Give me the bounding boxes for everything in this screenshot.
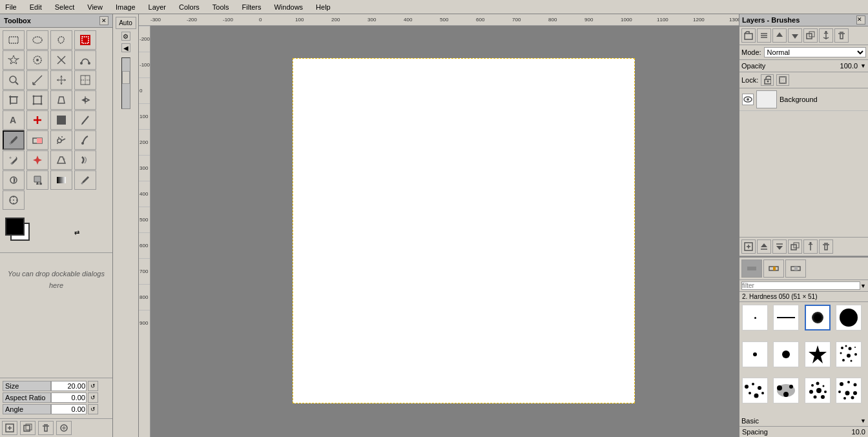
panel-close-button[interactable]: ✕ — [856, 15, 865, 25]
brush-item-dot-sm[interactable] — [742, 341, 768, 367]
tool-paths[interactable] — [74, 50, 96, 70]
menu-view[interactable]: View — [85, 2, 105, 12]
tool-fuzzy-select[interactable] — [3, 50, 25, 70]
menu-edit[interactable]: Edit — [27, 2, 45, 12]
menu-colors[interactable]: Colors — [176, 2, 202, 12]
tool-align[interactable] — [74, 70, 96, 90]
lock-alpha-btn[interactable] — [776, 74, 789, 86]
tool-transform[interactable] — [26, 90, 48, 110]
tool-crop[interactable] — [3, 90, 25, 110]
duplicate-layer-btn[interactable] — [803, 28, 818, 43]
delete-layer-toolbar-btn[interactable] — [834, 28, 849, 43]
lower-layer-action-btn[interactable] — [772, 239, 787, 254]
brush-type-btn-1[interactable] — [741, 259, 762, 278]
tool-bucket-fill[interactable] — [26, 170, 48, 190]
raise-layer-btn[interactable] — [772, 28, 787, 43]
dock-settings-btn[interactable]: ⚙ — [121, 32, 130, 41]
brush-filter-dropdown[interactable]: ▼ — [860, 283, 866, 289]
to-image-btn[interactable] — [56, 421, 72, 435]
layer-row[interactable]: Background — [739, 88, 868, 111]
layers-view-btn[interactable] — [757, 28, 771, 43]
brush-item-star[interactable] — [805, 341, 831, 367]
tool-color-picker[interactable] — [74, 170, 96, 190]
tool-airbrush[interactable] — [50, 130, 72, 150]
brush-item-dot-md[interactable] — [773, 341, 799, 367]
menu-tools[interactable]: Tools — [210, 2, 232, 12]
menu-help[interactable]: Help — [313, 2, 333, 12]
tool-ellipse-select[interactable] — [26, 30, 48, 50]
size-reset-btn[interactable]: ↺ — [88, 381, 98, 391]
tool-fg-select[interactable] — [74, 30, 96, 50]
vertical-slider[interactable] — [121, 57, 130, 109]
brush-item-splatter-5[interactable] — [836, 378, 862, 403]
anchor-layer-btn[interactable] — [819, 28, 833, 43]
tool-heal[interactable] — [26, 110, 48, 130]
menu-windows[interactable]: Windows — [271, 2, 305, 12]
toolbox-close-button[interactable]: ✕ — [99, 16, 108, 25]
brush-item-circle-lg[interactable] — [836, 305, 862, 330]
tool-rect-fill[interactable] — [50, 110, 72, 130]
tool-select-by-color[interactable] — [26, 50, 48, 70]
menu-image[interactable]: Image — [113, 2, 138, 12]
tool-measure[interactable] — [26, 70, 48, 90]
brush-item-line-h[interactable] — [773, 305, 799, 330]
tool-scissors[interactable] — [50, 50, 72, 70]
tool-perspective[interactable] — [50, 90, 72, 110]
tool-ink[interactable] — [74, 130, 96, 150]
tool-heal2[interactable] — [26, 150, 48, 170]
aspect-reset-btn[interactable]: ↺ — [88, 392, 98, 403]
tool-clone[interactable]: + — [3, 150, 25, 170]
brush-filter-input[interactable] — [741, 281, 860, 290]
tool-eraser[interactable] — [26, 130, 48, 150]
menu-select[interactable]: Select — [52, 2, 78, 12]
canvas-drawing-area[interactable] — [293, 58, 635, 403]
tool-text[interactable]: A — [3, 110, 25, 130]
tool-zoom[interactable] — [3, 70, 25, 90]
angle-reset-btn[interactable]: ↺ — [88, 404, 98, 414]
foreground-color-swatch[interactable] — [5, 218, 25, 236]
tool-rect-select[interactable] — [3, 30, 25, 50]
auto-button[interactable]: Auto — [116, 17, 136, 29]
size-input[interactable] — [51, 381, 87, 391]
brush-item-dot-tiny[interactable] — [742, 305, 768, 330]
vertical-slider-thumb[interactable] — [122, 71, 130, 84]
tool-blend[interactable] — [50, 170, 72, 190]
canvas-viewport[interactable] — [150, 26, 739, 437]
delete-layer-action-btn[interactable] — [819, 239, 833, 254]
tool-pencil[interactable] — [74, 110, 96, 130]
aspect-input[interactable] — [51, 392, 87, 403]
lower-layer-btn[interactable] — [788, 28, 802, 43]
lock-pixels-btn[interactable] — [761, 74, 774, 86]
duplicate-image-btn[interactable] — [20, 421, 36, 435]
layer-visibility-toggle[interactable] — [742, 94, 754, 105]
tool-move[interactable] — [50, 70, 72, 90]
brush-basic-dropdown[interactable]: ▼ — [860, 418, 866, 424]
swap-colors-icon[interactable]: ⇄ — [74, 229, 79, 236]
tool-dodge-burn[interactable] — [3, 170, 25, 190]
brush-type-btn-3[interactable] — [785, 259, 806, 278]
brush-item-hardness-selected[interactable] — [805, 305, 831, 330]
menu-filters[interactable]: Filters — [240, 2, 264, 12]
delete-image-btn[interactable] — [38, 421, 54, 435]
new-layer-group-btn[interactable] — [741, 28, 756, 43]
brush-item-splatter-1[interactable] — [836, 341, 862, 367]
brush-type-btn-2[interactable] — [763, 259, 784, 278]
tool-lasso[interactable] — [50, 30, 72, 50]
menu-layer[interactable]: Layer — [146, 2, 169, 12]
brush-item-splatter-3[interactable] — [773, 378, 799, 403]
tool-paintbrush[interactable] — [3, 130, 25, 150]
menu-file[interactable]: File — [3, 2, 19, 12]
brush-item-splatter-2[interactable] — [742, 378, 768, 403]
dock-collapse-btn[interactable]: ◀ — [121, 43, 130, 52]
anchor-layer-action-btn[interactable] — [803, 239, 818, 254]
angle-input[interactable] — [51, 404, 87, 414]
tool-flip[interactable] — [74, 90, 96, 110]
opacity-dropdown-btn[interactable]: ▼ — [860, 63, 866, 69]
tool-convolve[interactable] — [3, 190, 25, 210]
new-layer-action-btn[interactable] — [741, 239, 756, 254]
duplicate-layer-action-btn[interactable] — [788, 239, 802, 254]
tool-perspective-clone[interactable]: + — [50, 150, 72, 170]
new-image-btn[interactable] — [2, 421, 17, 435]
raise-layer-action-btn[interactable] — [757, 239, 771, 254]
brush-item-splatter-4[interactable] — [805, 378, 831, 403]
